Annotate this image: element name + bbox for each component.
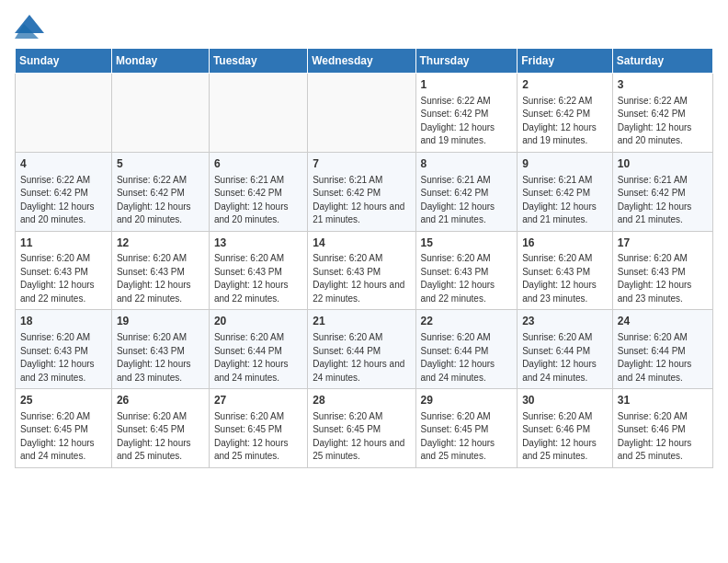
day-number: 30 [522,393,608,408]
calendar-week-4: 18Sunrise: 6:20 AM Sunset: 6:43 PM Dayli… [16,310,713,389]
day-info: Sunrise: 6:20 AM Sunset: 6:44 PM Dayligh… [313,331,410,385]
calendar-week-2: 4Sunrise: 6:22 AM Sunset: 6:42 PM Daylig… [16,152,713,231]
day-info: Sunrise: 6:22 AM Sunset: 6:42 PM Dayligh… [421,95,513,148]
day-number: 17 [618,236,708,251]
day-info: Sunrise: 6:20 AM Sunset: 6:43 PM Dayligh… [117,331,204,385]
day-number: 24 [618,314,708,329]
col-header-saturday: Saturday [612,49,712,74]
day-number: 3 [618,77,708,93]
day-info: Sunrise: 6:20 AM Sunset: 6:44 PM Dayligh… [618,331,708,385]
calendar-cell: 31Sunrise: 6:20 AM Sunset: 6:46 PM Dayli… [612,389,712,468]
day-info: Sunrise: 6:22 AM Sunset: 6:42 PM Dayligh… [522,95,608,148]
day-info: Sunrise: 6:20 AM Sunset: 6:46 PM Dayligh… [618,410,708,464]
calendar-cell: 26Sunrise: 6:20 AM Sunset: 6:45 PM Dayli… [111,389,209,468]
day-number: 26 [117,393,204,408]
day-info: Sunrise: 6:21 AM Sunset: 6:42 PM Dayligh… [214,174,302,227]
calendar-cell: 9Sunrise: 6:21 AM Sunset: 6:42 PM Daylig… [518,152,613,231]
day-number: 19 [117,314,204,329]
day-info: Sunrise: 6:20 AM Sunset: 6:43 PM Dayligh… [421,252,513,305]
day-number: 8 [421,156,513,172]
col-header-sunday: Sunday [16,49,112,74]
calendar-cell: 29Sunrise: 6:20 AM Sunset: 6:45 PM Dayli… [415,389,518,468]
day-info: Sunrise: 6:20 AM Sunset: 6:44 PM Dayligh… [522,331,608,385]
day-info: Sunrise: 6:21 AM Sunset: 6:42 PM Dayligh… [313,174,410,227]
day-info: Sunrise: 6:22 AM Sunset: 6:42 PM Dayligh… [117,174,204,227]
day-number: 31 [618,393,708,408]
calendar-cell: 24Sunrise: 6:20 AM Sunset: 6:44 PM Dayli… [612,310,712,389]
day-number: 2 [522,77,608,93]
day-number: 4 [20,156,107,172]
day-number: 20 [214,314,302,329]
day-number: 9 [522,156,608,172]
day-number: 1 [421,77,513,93]
calendar-cell: 1Sunrise: 6:22 AM Sunset: 6:42 PM Daylig… [415,74,518,153]
day-info: Sunrise: 6:22 AM Sunset: 6:42 PM Dayligh… [618,95,708,148]
calendar-week-3: 11Sunrise: 6:20 AM Sunset: 6:43 PM Dayli… [16,231,713,310]
calendar-cell: 8Sunrise: 6:21 AM Sunset: 6:42 PM Daylig… [415,152,518,231]
day-info: Sunrise: 6:22 AM Sunset: 6:42 PM Dayligh… [20,174,107,227]
calendar-cell [111,74,209,153]
calendar-cell: 16Sunrise: 6:20 AM Sunset: 6:43 PM Dayli… [518,231,613,310]
page-header [15,15,713,39]
day-info: Sunrise: 6:20 AM Sunset: 6:43 PM Dayligh… [618,252,708,305]
calendar-cell [209,74,307,153]
calendar-cell: 7Sunrise: 6:21 AM Sunset: 6:42 PM Daylig… [308,152,415,231]
calendar-cell: 30Sunrise: 6:20 AM Sunset: 6:46 PM Dayli… [518,389,613,468]
day-number: 16 [522,236,608,251]
calendar-cell: 19Sunrise: 6:20 AM Sunset: 6:43 PM Dayli… [111,310,209,389]
calendar-week-1: 1Sunrise: 6:22 AM Sunset: 6:42 PM Daylig… [16,74,713,153]
day-number: 29 [421,393,513,408]
logo [15,15,48,39]
col-header-friday: Friday [518,49,613,74]
calendar-cell: 20Sunrise: 6:20 AM Sunset: 6:44 PM Dayli… [209,310,307,389]
calendar-cell: 25Sunrise: 6:20 AM Sunset: 6:45 PM Dayli… [16,389,112,468]
calendar-cell: 27Sunrise: 6:20 AM Sunset: 6:45 PM Dayli… [209,389,307,468]
day-info: Sunrise: 6:21 AM Sunset: 6:42 PM Dayligh… [618,174,708,227]
day-info: Sunrise: 6:20 AM Sunset: 6:43 PM Dayligh… [313,252,410,305]
day-number: 7 [313,156,410,172]
day-info: Sunrise: 6:20 AM Sunset: 6:44 PM Dayligh… [421,331,513,385]
calendar-cell: 28Sunrise: 6:20 AM Sunset: 6:45 PM Dayli… [308,389,415,468]
day-info: Sunrise: 6:20 AM Sunset: 6:43 PM Dayligh… [117,252,204,305]
day-info: Sunrise: 6:21 AM Sunset: 6:42 PM Dayligh… [522,174,608,227]
calendar-cell: 17Sunrise: 6:20 AM Sunset: 6:43 PM Dayli… [612,231,712,310]
calendar-cell: 21Sunrise: 6:20 AM Sunset: 6:44 PM Dayli… [308,310,415,389]
calendar-cell: 13Sunrise: 6:20 AM Sunset: 6:43 PM Dayli… [209,231,307,310]
day-number: 5 [117,156,204,172]
day-number: 14 [313,236,410,251]
day-info: Sunrise: 6:20 AM Sunset: 6:45 PM Dayligh… [117,410,204,464]
calendar-cell: 14Sunrise: 6:20 AM Sunset: 6:43 PM Dayli… [308,231,415,310]
col-header-thursday: Thursday [415,49,518,74]
calendar-cell: 6Sunrise: 6:21 AM Sunset: 6:42 PM Daylig… [209,152,307,231]
calendar-cell: 10Sunrise: 6:21 AM Sunset: 6:42 PM Dayli… [612,152,712,231]
day-info: Sunrise: 6:20 AM Sunset: 6:43 PM Dayligh… [214,252,302,305]
day-number: 22 [421,314,513,329]
day-info: Sunrise: 6:20 AM Sunset: 6:45 PM Dayligh… [20,410,107,464]
calendar-table: SundayMondayTuesdayWednesdayThursdayFrid… [15,48,713,468]
calendar-cell: 22Sunrise: 6:20 AM Sunset: 6:44 PM Dayli… [415,310,518,389]
day-info: Sunrise: 6:20 AM Sunset: 6:43 PM Dayligh… [20,331,107,385]
day-info: Sunrise: 6:20 AM Sunset: 6:45 PM Dayligh… [214,410,302,464]
day-info: Sunrise: 6:20 AM Sunset: 6:46 PM Dayligh… [522,410,608,464]
calendar-cell: 12Sunrise: 6:20 AM Sunset: 6:43 PM Dayli… [111,231,209,310]
col-header-monday: Monday [111,49,209,74]
day-number: 21 [313,314,410,329]
col-header-wednesday: Wednesday [308,49,415,74]
day-info: Sunrise: 6:20 AM Sunset: 6:45 PM Dayligh… [313,410,410,464]
calendar-cell: 2Sunrise: 6:22 AM Sunset: 6:42 PM Daylig… [518,74,613,153]
day-number: 15 [421,236,513,251]
day-number: 27 [214,393,302,408]
calendar-cell [16,74,112,153]
day-info: Sunrise: 6:21 AM Sunset: 6:42 PM Dayligh… [421,174,513,227]
day-number: 13 [214,236,302,251]
calendar-cell: 18Sunrise: 6:20 AM Sunset: 6:43 PM Dayli… [16,310,112,389]
calendar-cell: 5Sunrise: 6:22 AM Sunset: 6:42 PM Daylig… [111,152,209,231]
day-number: 11 [20,236,107,251]
day-number: 10 [618,156,708,172]
calendar-cell: 3Sunrise: 6:22 AM Sunset: 6:42 PM Daylig… [612,74,712,153]
day-info: Sunrise: 6:20 AM Sunset: 6:44 PM Dayligh… [214,331,302,385]
calendar-cell: 4Sunrise: 6:22 AM Sunset: 6:42 PM Daylig… [16,152,112,231]
calendar-week-5: 25Sunrise: 6:20 AM Sunset: 6:45 PM Dayli… [16,389,713,468]
calendar-cell: 23Sunrise: 6:20 AM Sunset: 6:44 PM Dayli… [518,310,613,389]
day-info: Sunrise: 6:20 AM Sunset: 6:43 PM Dayligh… [522,252,608,305]
